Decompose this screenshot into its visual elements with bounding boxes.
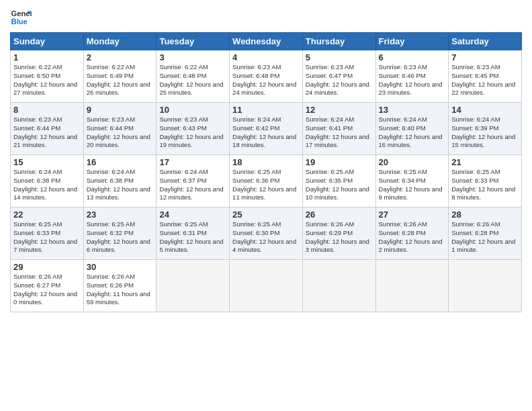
day-info: Sunrise: 6:25 AMSunset: 6:34 PMDaylight:… <box>379 168 446 202</box>
calendar-cell: 16Sunrise: 6:24 AMSunset: 6:38 PMDayligh… <box>83 155 157 208</box>
day-info: Sunrise: 6:25 AMSunset: 6:35 PMDaylight:… <box>306 168 373 202</box>
calendar-cell: 11Sunrise: 6:24 AMSunset: 6:42 PMDayligh… <box>230 103 303 155</box>
day-number: 12 <box>306 105 373 115</box>
day-info: Sunrise: 6:23 AMSunset: 6:46 PMDaylight:… <box>379 63 446 97</box>
calendar-cell <box>302 260 375 312</box>
day-number: 9 <box>87 105 154 115</box>
day-number: 13 <box>379 105 446 115</box>
calendar-cell: 6Sunrise: 6:23 AMSunset: 6:46 PMDaylight… <box>375 50 449 103</box>
calendar-week-1: 8Sunrise: 6:23 AMSunset: 6:44 PMDaylight… <box>11 103 522 155</box>
calendar-cell: 23Sunrise: 6:25 AMSunset: 6:32 PMDayligh… <box>83 208 157 260</box>
header-cell-friday: Friday <box>375 33 449 50</box>
calendar-cell: 7Sunrise: 6:23 AMSunset: 6:45 PMDaylight… <box>449 50 522 103</box>
calendar-cell: 10Sunrise: 6:23 AMSunset: 6:43 PMDayligh… <box>157 103 230 155</box>
day-info: Sunrise: 6:24 AMSunset: 6:41 PMDaylight:… <box>306 116 373 150</box>
day-info: Sunrise: 6:26 AMSunset: 6:29 PMDaylight:… <box>306 220 373 255</box>
day-info: Sunrise: 6:26 AMSunset: 6:26 PMDaylight:… <box>87 273 154 307</box>
day-number: 29 <box>13 262 81 272</box>
calendar-cell: 29Sunrise: 6:26 AMSunset: 6:27 PMDayligh… <box>11 260 84 312</box>
day-info: Sunrise: 6:25 AMSunset: 6:30 PMDaylight:… <box>232 220 300 255</box>
day-number: 16 <box>87 157 154 167</box>
day-number: 20 <box>379 157 446 167</box>
day-info: Sunrise: 6:23 AMSunset: 6:43 PMDaylight:… <box>159 116 226 150</box>
calendar-cell: 24Sunrise: 6:25 AMSunset: 6:31 PMDayligh… <box>157 208 230 260</box>
calendar-cell: 20Sunrise: 6:25 AMSunset: 6:34 PMDayligh… <box>375 155 449 208</box>
day-number: 22 <box>13 210 81 220</box>
svg-text:Blue: Blue <box>11 17 28 26</box>
calendar-cell <box>230 260 303 312</box>
calendar-week-0: 1Sunrise: 6:22 AMSunset: 6:50 PMDaylight… <box>11 50 522 103</box>
calendar-cell: 18Sunrise: 6:25 AMSunset: 6:36 PMDayligh… <box>230 155 303 208</box>
svg-text:General: General <box>11 9 32 17</box>
day-number: 5 <box>306 52 373 62</box>
calendar-cell: 9Sunrise: 6:23 AMSunset: 6:44 PMDaylight… <box>83 103 157 155</box>
calendar-cell: 2Sunrise: 6:22 AMSunset: 6:49 PMDaylight… <box>83 50 157 103</box>
day-info: Sunrise: 6:25 AMSunset: 6:36 PMDaylight:… <box>232 168 300 202</box>
day-number: 10 <box>159 105 226 115</box>
header-cell-tuesday: Tuesday <box>157 33 230 50</box>
header-cell-monday: Monday <box>83 33 157 50</box>
day-info: Sunrise: 6:24 AMSunset: 6:37 PMDaylight:… <box>159 168 226 202</box>
day-number: 21 <box>451 157 519 167</box>
calendar-week-2: 15Sunrise: 6:24 AMSunset: 6:38 PMDayligh… <box>11 155 522 208</box>
calendar-cell <box>449 260 522 312</box>
calendar-cell: 1Sunrise: 6:22 AMSunset: 6:50 PMDaylight… <box>11 50 84 103</box>
header-row: SundayMondayTuesdayWednesdayThursdayFrid… <box>11 33 522 50</box>
day-number: 8 <box>13 105 81 115</box>
day-number: 11 <box>232 105 300 115</box>
calendar-cell: 8Sunrise: 6:23 AMSunset: 6:44 PMDaylight… <box>11 103 84 155</box>
day-info: Sunrise: 6:23 AMSunset: 6:48 PMDaylight:… <box>232 63 300 97</box>
day-number: 1 <box>13 52 81 62</box>
calendar-cell: 5Sunrise: 6:23 AMSunset: 6:47 PMDaylight… <box>302 50 375 103</box>
day-info: Sunrise: 6:26 AMSunset: 6:27 PMDaylight:… <box>13 273 81 307</box>
calendar-cell: 30Sunrise: 6:26 AMSunset: 6:26 PMDayligh… <box>83 260 157 312</box>
logo-icon: General Blue <box>10 7 32 28</box>
day-info: Sunrise: 6:24 AMSunset: 6:40 PMDaylight:… <box>379 116 446 150</box>
day-number: 19 <box>306 157 373 167</box>
day-info: Sunrise: 6:24 AMSunset: 6:42 PMDaylight:… <box>232 116 300 150</box>
calendar-cell: 12Sunrise: 6:24 AMSunset: 6:41 PMDayligh… <box>302 103 375 155</box>
day-number: 30 <box>87 262 154 272</box>
calendar-body: 1Sunrise: 6:22 AMSunset: 6:50 PMDaylight… <box>11 50 522 312</box>
day-info: Sunrise: 6:25 AMSunset: 6:33 PMDaylight:… <box>451 168 519 202</box>
day-info: Sunrise: 6:23 AMSunset: 6:45 PMDaylight:… <box>451 63 519 97</box>
calendar-cell: 19Sunrise: 6:25 AMSunset: 6:35 PMDayligh… <box>302 155 375 208</box>
day-number: 14 <box>451 105 519 115</box>
header-cell-saturday: Saturday <box>449 33 522 50</box>
day-info: Sunrise: 6:26 AMSunset: 6:28 PMDaylight:… <box>451 220 519 255</box>
day-number: 26 <box>306 210 373 220</box>
calendar-cell: 26Sunrise: 6:26 AMSunset: 6:29 PMDayligh… <box>302 208 375 260</box>
calendar-week-3: 22Sunrise: 6:25 AMSunset: 6:33 PMDayligh… <box>11 208 522 260</box>
calendar-week-4: 29Sunrise: 6:26 AMSunset: 6:27 PMDayligh… <box>11 260 522 312</box>
logo: General Blue <box>10 7 32 28</box>
calendar-cell: 3Sunrise: 6:22 AMSunset: 6:48 PMDaylight… <box>157 50 230 103</box>
day-info: Sunrise: 6:26 AMSunset: 6:28 PMDaylight:… <box>379 220 446 255</box>
day-info: Sunrise: 6:23 AMSunset: 6:44 PMDaylight:… <box>87 116 154 150</box>
calendar-table: SundayMondayTuesdayWednesdayThursdayFrid… <box>10 32 522 312</box>
day-info: Sunrise: 6:22 AMSunset: 6:50 PMDaylight:… <box>13 63 81 97</box>
header: General Blue <box>10 7 522 28</box>
day-number: 25 <box>232 210 300 220</box>
day-info: Sunrise: 6:25 AMSunset: 6:32 PMDaylight:… <box>87 220 154 255</box>
day-info: Sunrise: 6:24 AMSunset: 6:39 PMDaylight:… <box>451 116 519 150</box>
day-info: Sunrise: 6:22 AMSunset: 6:49 PMDaylight:… <box>87 63 154 97</box>
calendar-cell: 15Sunrise: 6:24 AMSunset: 6:38 PMDayligh… <box>11 155 84 208</box>
calendar-cell: 14Sunrise: 6:24 AMSunset: 6:39 PMDayligh… <box>449 103 522 155</box>
day-number: 4 <box>232 52 300 62</box>
day-number: 3 <box>159 52 226 62</box>
day-number: 15 <box>13 157 81 167</box>
calendar-cell: 22Sunrise: 6:25 AMSunset: 6:33 PMDayligh… <box>11 208 84 260</box>
day-number: 6 <box>379 52 446 62</box>
calendar-cell: 17Sunrise: 6:24 AMSunset: 6:37 PMDayligh… <box>157 155 230 208</box>
day-info: Sunrise: 6:25 AMSunset: 6:31 PMDaylight:… <box>159 220 226 255</box>
calendar-cell: 27Sunrise: 6:26 AMSunset: 6:28 PMDayligh… <box>375 208 449 260</box>
day-number: 23 <box>87 210 154 220</box>
day-number: 24 <box>159 210 226 220</box>
calendar-cell: 13Sunrise: 6:24 AMSunset: 6:40 PMDayligh… <box>375 103 449 155</box>
day-info: Sunrise: 6:22 AMSunset: 6:48 PMDaylight:… <box>159 63 226 97</box>
day-info: Sunrise: 6:25 AMSunset: 6:33 PMDaylight:… <box>13 220 81 255</box>
day-number: 2 <box>87 52 154 62</box>
day-number: 7 <box>451 52 519 62</box>
header-cell-thursday: Thursday <box>302 33 375 50</box>
day-info: Sunrise: 6:24 AMSunset: 6:38 PMDaylight:… <box>87 168 154 202</box>
